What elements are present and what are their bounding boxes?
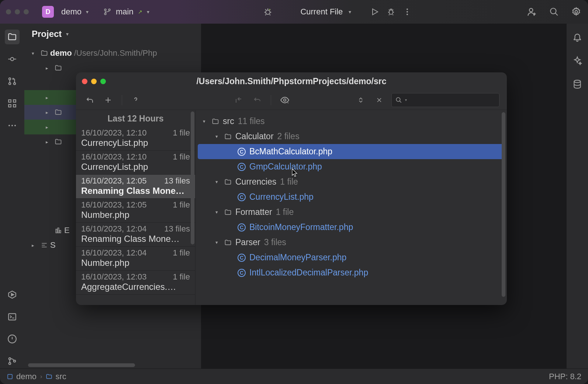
history-time: 16/10/2023, 12:05 <box>81 200 146 210</box>
terminal-tool-icon[interactable] <box>5 309 20 324</box>
file-row[interactable]: C BitcoinMoneyFormatter.php <box>198 220 505 235</box>
add-user-icon[interactable] <box>526 6 538 18</box>
project-root[interactable]: ▾ demo /Users/John.Smith/Php <box>24 46 201 61</box>
right-tool-sidebar <box>567 24 588 368</box>
folder-row[interactable]: ▾ Calculator 2 files <box>198 129 505 144</box>
dialog-search-box[interactable]: ▾ <box>391 93 499 107</box>
chevron-down-icon[interactable]: ▾ <box>203 119 208 124</box>
search-input[interactable] <box>410 96 495 104</box>
chevron-right-icon[interactable]: ▸ <box>46 95 52 100</box>
maximize-window[interactable] <box>24 9 29 14</box>
chevron-down-icon[interactable]: ▾ <box>215 209 221 215</box>
vcs-branch[interactable]: main ↗ ▾ <box>103 7 149 17</box>
maximize-dialog[interactable] <box>100 79 106 84</box>
breadcrumb-item[interactable]: src <box>46 372 66 381</box>
chevron-down-icon[interactable]: ▾ <box>32 51 38 56</box>
chevron-down-icon[interactable]: ▾ <box>147 9 149 15</box>
history-label: Renaming Class Mone… <box>81 234 190 244</box>
svg-point-21 <box>11 125 13 126</box>
project-panel-header[interactable]: Project ▾ <box>24 24 201 44</box>
file-row[interactable]: C CurrencyList.php <box>198 189 505 205</box>
git-tool-icon[interactable] <box>5 354 20 368</box>
chevron-right-icon[interactable]: ▸ <box>46 139 52 145</box>
more-tools-icon[interactable] <box>5 118 20 133</box>
close-dialog[interactable] <box>82 79 87 84</box>
chevron-down-icon[interactable]: ▾ <box>215 179 221 185</box>
chevron-right-icon[interactable]: ▸ <box>46 65 52 71</box>
services-tool-icon[interactable] <box>5 287 20 302</box>
file-row[interactable]: C DecimalMoneyParser.php <box>198 250 505 265</box>
close-panel-icon[interactable] <box>373 94 385 106</box>
file-count: 2 files <box>277 131 300 141</box>
run-icon[interactable] <box>369 6 381 18</box>
folder-row[interactable]: ▾ Currencies 1 file <box>198 174 505 189</box>
minimize-dialog[interactable] <box>91 79 97 84</box>
history-label: Renaming Class Mone… <box>81 186 190 196</box>
main-toolbar: D demo ▾ main ↗ ▾ Current File ▾ <box>0 0 588 24</box>
database-icon[interactable] <box>570 77 585 92</box>
notifications-icon[interactable] <box>570 30 585 44</box>
bug-run-icon[interactable] <box>262 6 274 18</box>
search-icon[interactable] <box>548 6 560 18</box>
php-version-label[interactable]: PHP: 8.2 <box>549 372 581 381</box>
branch-name-label: main <box>116 7 134 17</box>
pull-requests-icon[interactable] <box>5 74 20 89</box>
chevron-right-icon[interactable]: ▸ <box>32 243 38 248</box>
history-item[interactable]: 16/10/2023, 12:051 file Number.php <box>76 199 195 223</box>
history-time: 16/10/2023, 12:04 <box>81 224 146 234</box>
history-item[interactable]: 16/10/2023, 12:041 file Number.php <box>76 247 195 271</box>
chevron-down-icon[interactable]: ▾ <box>349 9 351 15</box>
debug-icon[interactable] <box>385 6 397 18</box>
help-icon[interactable] <box>129 94 142 106</box>
horizontal-scrollbar[interactable] <box>28 363 135 367</box>
project-name[interactable]: demo <box>61 7 82 17</box>
chevron-right-icon[interactable]: ▸ <box>46 110 52 115</box>
revert-icon[interactable] <box>83 94 96 106</box>
history-item[interactable]: 16/10/2023, 12:0513 files Renaming Class… <box>76 175 195 199</box>
svg-rect-31 <box>56 229 57 233</box>
history-item[interactable]: 16/10/2023, 12:0413 files Renaming Class… <box>76 223 195 247</box>
svg-point-35 <box>284 99 286 101</box>
file-row[interactable]: C BcMathCalculator.php <box>198 144 505 159</box>
minimize-window[interactable] <box>15 9 20 14</box>
create-patch-icon[interactable] <box>102 94 114 106</box>
changed-files-tree: ▾ src 11 files ▾ Calculator 2 files C Bc… <box>196 110 507 305</box>
close-window[interactable] <box>6 9 11 14</box>
project-tool-icon[interactable] <box>5 30 20 44</box>
svg-rect-34 <box>8 374 12 379</box>
ai-assistant-icon[interactable] <box>570 53 585 68</box>
commit-tool-icon[interactable] <box>5 52 20 66</box>
folder-row[interactable]: ▾ src 11 files <box>198 114 505 129</box>
next-change-icon[interactable] <box>251 94 263 106</box>
folder-row[interactable]: ▾ Parser 3 files <box>198 235 505 250</box>
run-config-label[interactable]: Current File <box>300 7 343 17</box>
history-time: 16/10/2023, 12:04 <box>81 248 146 258</box>
chevron-down-icon[interactable]: ▾ <box>66 31 69 37</box>
branch-icon <box>103 8 111 16</box>
structure-tool-icon[interactable] <box>5 96 20 111</box>
breadcrumb-item[interactable]: demo <box>7 372 37 381</box>
chevron-down-icon[interactable]: ▾ <box>215 134 221 139</box>
svg-point-20 <box>8 125 10 126</box>
history-item[interactable]: 16/10/2023, 12:101 file CurrencyList.php <box>76 127 195 151</box>
vertical-scrollbar[interactable] <box>191 112 194 244</box>
history-label: Number.php <box>81 210 190 220</box>
view-mode-icon[interactable] <box>279 94 291 106</box>
more-icon[interactable] <box>401 6 413 18</box>
class-icon: C <box>238 148 246 156</box>
folder-row[interactable]: ▾ Formatter 1 file <box>198 205 505 220</box>
expand-collapse-icon[interactable] <box>354 94 367 106</box>
file-name: BcMathCalculator.php <box>249 147 332 157</box>
chevron-down-icon[interactable]: ▾ <box>215 240 221 245</box>
problems-tool-icon[interactable] <box>5 332 20 346</box>
history-item[interactable]: 16/10/2023, 12:101 file CurrencyList.php <box>76 151 195 175</box>
settings-icon[interactable] <box>570 6 582 18</box>
chevron-right-icon[interactable]: ▸ <box>46 124 52 130</box>
vertical-scrollbar[interactable] <box>502 112 505 297</box>
chevron-down-icon[interactable]: ▾ <box>86 9 89 15</box>
folder-name: src <box>223 116 234 126</box>
file-row[interactable]: C GmpCalculator.php <box>198 159 505 174</box>
history-item[interactable]: 16/10/2023, 12:031 file AggregateCurrenc… <box>76 271 195 295</box>
file-row[interactable]: C IntlLocalizedDecimalParser.php <box>198 265 505 280</box>
prev-change-icon[interactable] <box>232 94 245 106</box>
